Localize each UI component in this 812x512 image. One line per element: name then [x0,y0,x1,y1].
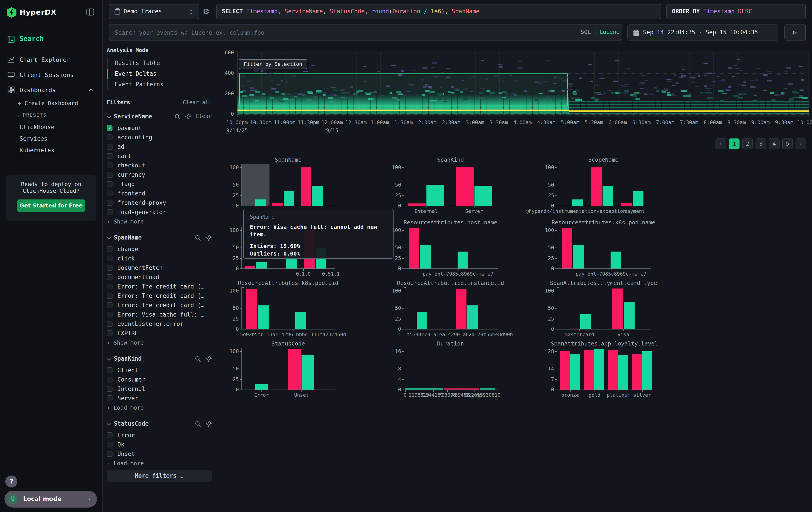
search-icon[interactable] [195,234,201,240]
preset-item-kubernetes[interactable]: Kubernetes [20,147,55,154]
sidebar-item-search[interactable]: Search [0,33,102,46]
bar-outliers[interactable] [562,228,572,268]
checkbox-unchecked[interactable] [107,377,113,382]
filter-checkbox-row[interactable]: Error [107,431,212,440]
pin-icon[interactable] [185,113,191,119]
sidebar-item-chart-explorer[interactable]: Chart Explorer [0,53,102,67]
checkbox-unchecked[interactable] [107,200,113,206]
filter-checkbox-row[interactable]: frontend-proxy [107,198,212,208]
filter-checkbox-row[interactable]: documentFetch [107,263,212,272]
bar-inliers[interactable] [618,355,628,389]
page-button[interactable]: 5 [782,138,793,149]
checkbox-checked[interactable]: ✓ [107,125,113,131]
checkbox-unchecked[interactable] [107,386,113,392]
filter-checkbox-row[interactable]: cart [107,152,212,161]
bar-outliers[interactable] [621,203,632,206]
bar-outliers[interactable] [456,289,466,329]
filter-checkbox-row[interactable]: ✓payment [107,123,212,133]
bar-inliers[interactable] [467,305,478,329]
page-button[interactable]: 4 [769,138,780,149]
clear-filter-button[interactable]: Clear [196,113,212,119]
filter-checkbox-row[interactable]: EXPIRE [107,329,212,338]
bar-outliers[interactable] [272,203,283,206]
bar-inliers[interactable] [417,312,427,329]
help-button[interactable]: ? [5,476,17,487]
run-query-button[interactable]: ▷ [784,25,806,41]
create-dashboard-button[interactable]: + Create Dashboard [18,100,78,106]
order-by-input[interactable]: ORDER BY Timestamp DESC [666,4,806,19]
filter-checkbox-row[interactable]: Ok [107,440,212,449]
show-more-button[interactable]: ›Load more [107,403,212,413]
filter-checkbox-row[interactable]: frontend [107,189,212,198]
bar-inliers[interactable] [474,185,492,206]
checkbox-unchecked[interactable] [107,330,113,336]
bar-inliers[interactable] [420,245,431,268]
clear-all-button[interactable]: Clear all [183,99,212,105]
filter-checkbox-row[interactable]: Error: The credit card (… [107,282,212,291]
checkbox-unchecked[interactable] [107,209,113,215]
bar-inliers[interactable] [594,349,604,389]
checkbox-unchecked[interactable] [107,395,113,401]
presets-toggle[interactable]: ⌄ PRESETS [17,112,47,118]
bar-inliers[interactable] [642,351,652,389]
query-language-toggle[interactable]: SQL|Lucene [581,28,620,35]
bar-inliers[interactable] [458,252,468,268]
bar-inliers[interactable] [427,185,444,206]
bar-inliers[interactable] [611,252,621,268]
checkbox-unchecked[interactable] [107,265,113,271]
filter-checkbox-row[interactable]: Consumer [107,375,212,384]
bar-outliers[interactable] [560,351,570,389]
bar-inliers[interactable] [284,191,294,206]
get-started-button[interactable]: Get Started for Free [17,199,85,212]
sidebar-item-client-sessions[interactable]: Client Sessions [0,69,102,82]
show-more-button[interactable]: ›Show more [107,338,212,348]
source-select[interactable]: Demo Traces [109,4,199,19]
bar-outliers[interactable] [612,288,623,329]
checkbox-unchecked[interactable] [107,367,113,373]
filter-checkbox-row[interactable]: Error: Visa cache full: … [107,310,212,319]
filter-checkbox-row[interactable]: Server [107,394,212,403]
analysis-mode-item[interactable]: Event Patterns [108,79,212,90]
bar-inliers[interactable] [570,354,580,389]
filter-checkbox-row[interactable]: Client [107,366,212,375]
page-button[interactable]: 2 [742,138,753,149]
filter-checkbox-row[interactable]: Internal [107,384,212,394]
checkbox-unchecked[interactable] [107,274,113,280]
preset-item-services[interactable]: Services [20,135,47,142]
pin-icon[interactable] [205,420,212,427]
chevron-down-icon[interactable] [107,419,111,428]
bar-inliers[interactable] [603,185,613,206]
checkbox-unchecked[interactable] [107,321,113,327]
checkbox-unchecked[interactable] [107,153,113,159]
search-icon[interactable] [195,355,201,361]
bar-inliers[interactable] [258,305,269,329]
bar-outliers[interactable] [584,350,594,389]
filter-checkbox-row[interactable]: change [107,244,212,254]
bar-inliers[interactable] [572,199,583,206]
bar-outliers[interactable] [591,167,602,206]
checkbox-unchecked[interactable] [107,302,113,308]
bar-inliers[interactable] [255,384,268,389]
bar-outliers[interactable] [632,354,642,389]
bar-inliers[interactable] [256,262,267,268]
filter-checkbox-row[interactable]: checkout [107,161,212,170]
bar-outliers[interactable] [569,329,579,329]
sidebar-item-dashboards[interactable]: Dashboards [0,84,102,97]
bar-outliers[interactable] [244,266,255,268]
search-icon[interactable] [174,113,180,119]
checkbox-unchecked[interactable] [107,312,113,318]
filter-checkbox-row[interactable]: Unset [107,449,212,459]
page-prev-button[interactable]: ‹ [716,138,726,149]
bar-inliers[interactable] [295,312,306,329]
filter-checkbox-row[interactable]: click [107,254,212,263]
bar-outliers[interactable] [288,349,300,389]
bar-inliers[interactable] [301,355,314,389]
bar-outliers[interactable] [409,228,419,268]
bar-inliers[interactable] [624,302,635,329]
search-icon[interactable] [195,420,201,427]
bar-inliers[interactable] [633,191,643,206]
checkbox-unchecked[interactable] [107,293,113,299]
filter-checkbox-row[interactable]: currency [107,170,212,180]
bar-inliers[interactable] [573,245,584,268]
chevron-down-icon[interactable] [107,354,111,362]
